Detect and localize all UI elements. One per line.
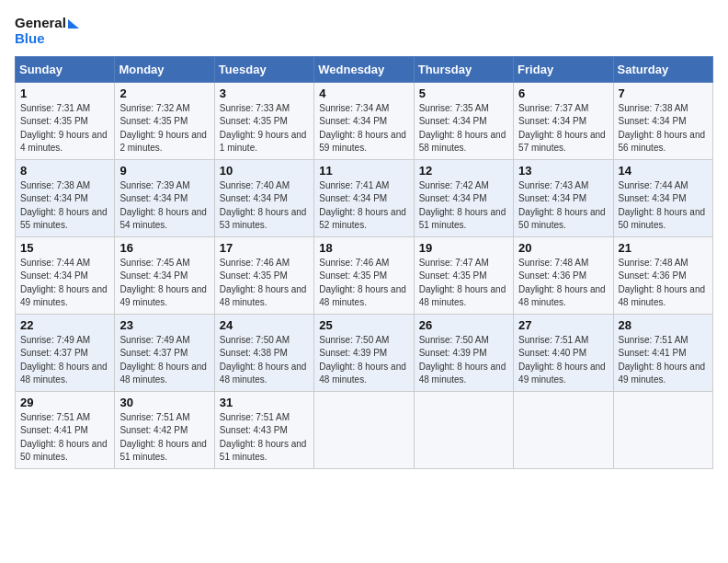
calendar-cell: 1Sunrise: 7:31 AMSunset: 4:35 PMDaylight…: [16, 82, 115, 159]
day-number: 5: [419, 86, 508, 100]
calendar-cell: [314, 391, 414, 468]
cell-info: Sunrise: 7:45 AMSunset: 4:34 PMDaylight:…: [119, 257, 209, 310]
cell-info: Sunrise: 7:33 AMSunset: 4:35 PMDaylight:…: [220, 102, 309, 155]
day-number: 23: [119, 318, 209, 332]
cell-info: Sunrise: 7:42 AMSunset: 4:34 PMDaylight:…: [419, 179, 508, 233]
week-row-3: 15Sunrise: 7:44 AMSunset: 4:34 PMDayligh…: [16, 236, 713, 314]
day-number: 26: [419, 318, 508, 332]
day-number: 19: [419, 241, 508, 255]
day-number: 18: [319, 241, 408, 255]
day-number: 20: [518, 241, 608, 255]
calendar-cell: 23Sunrise: 7:49 AMSunset: 4:37 PMDayligh…: [115, 314, 214, 391]
logo-blue: Blue: [15, 30, 79, 46]
cell-info: Sunrise: 7:34 AMSunset: 4:34 PMDaylight:…: [319, 102, 408, 155]
calendar-cell: 12Sunrise: 7:42 AMSunset: 4:34 PMDayligh…: [414, 159, 513, 236]
cell-info: Sunrise: 7:49 AMSunset: 4:37 PMDaylight:…: [119, 334, 209, 387]
calendar-cell: 8Sunrise: 7:38 AMSunset: 4:34 PMDaylight…: [16, 159, 115, 236]
cell-info: Sunrise: 7:51 AMSunset: 4:40 PMDaylight:…: [518, 334, 608, 387]
calendar-cell: 25Sunrise: 7:50 AMSunset: 4:39 PMDayligh…: [314, 314, 414, 391]
calendar-cell: [414, 391, 513, 468]
cell-info: Sunrise: 7:46 AMSunset: 4:35 PMDaylight:…: [220, 257, 309, 310]
calendar-cell: 7Sunrise: 7:38 AMSunset: 4:34 PMDaylight…: [613, 82, 712, 159]
day-number: 11: [319, 164, 408, 178]
cell-info: Sunrise: 7:38 AMSunset: 4:34 PMDaylight:…: [20, 179, 109, 233]
day-number: 27: [518, 318, 608, 332]
day-number: 14: [619, 164, 708, 178]
day-number: 31: [220, 396, 309, 409]
day-number: 24: [220, 318, 309, 332]
day-number: 12: [419, 164, 508, 178]
column-header-wednesday: Wednesday: [314, 56, 414, 82]
day-number: 30: [119, 396, 209, 409]
week-row-5: 29Sunrise: 7:51 AMSunset: 4:41 PMDayligh…: [16, 391, 713, 468]
week-row-1: 1Sunrise: 7:31 AMSunset: 4:35 PMDaylight…: [16, 82, 713, 159]
page-header: General Blue: [15, 15, 713, 47]
calendar-cell: 29Sunrise: 7:51 AMSunset: 4:41 PMDayligh…: [16, 391, 115, 468]
calendar-cell: 28Sunrise: 7:51 AMSunset: 4:41 PMDayligh…: [613, 314, 712, 391]
day-number: 21: [619, 241, 708, 255]
calendar-cell: 19Sunrise: 7:47 AMSunset: 4:35 PMDayligh…: [414, 236, 513, 314]
cell-info: Sunrise: 7:50 AMSunset: 4:38 PMDaylight:…: [220, 334, 309, 387]
calendar-cell: 21Sunrise: 7:48 AMSunset: 4:36 PMDayligh…: [613, 236, 712, 314]
cell-info: Sunrise: 7:40 AMSunset: 4:34 PMDaylight:…: [220, 179, 309, 233]
cell-info: Sunrise: 7:46 AMSunset: 4:35 PMDaylight:…: [319, 257, 408, 310]
cell-info: Sunrise: 7:47 AMSunset: 4:35 PMDaylight:…: [419, 257, 508, 310]
calendar-table: SundayMondayTuesdayWednesdayThursdayFrid…: [15, 56, 713, 469]
cell-info: Sunrise: 7:44 AMSunset: 4:34 PMDaylight:…: [20, 257, 109, 310]
day-number: 9: [119, 164, 209, 178]
day-number: 6: [518, 86, 608, 100]
calendar-cell: 4Sunrise: 7:34 AMSunset: 4:34 PMDaylight…: [314, 82, 414, 159]
calendar-cell: 20Sunrise: 7:48 AMSunset: 4:36 PMDayligh…: [514, 236, 613, 314]
cell-info: Sunrise: 7:43 AMSunset: 4:34 PMDaylight:…: [518, 179, 608, 233]
day-number: 28: [619, 318, 708, 332]
calendar-cell: 5Sunrise: 7:35 AMSunset: 4:34 PMDaylight…: [414, 82, 513, 159]
cell-info: Sunrise: 7:48 AMSunset: 4:36 PMDaylight:…: [619, 257, 708, 310]
cell-info: Sunrise: 7:41 AMSunset: 4:34 PMDaylight:…: [319, 179, 408, 233]
calendar-cell: 14Sunrise: 7:44 AMSunset: 4:34 PMDayligh…: [613, 159, 712, 236]
day-number: 10: [220, 164, 309, 178]
logo: General Blue: [15, 15, 79, 47]
cell-info: Sunrise: 7:37 AMSunset: 4:34 PMDaylight:…: [518, 102, 608, 155]
calendar-cell: 10Sunrise: 7:40 AMSunset: 4:34 PMDayligh…: [214, 159, 313, 236]
calendar-cell: [613, 391, 712, 468]
calendar-cell: 13Sunrise: 7:43 AMSunset: 4:34 PMDayligh…: [514, 159, 613, 236]
calendar-cell: 22Sunrise: 7:49 AMSunset: 4:37 PMDayligh…: [16, 314, 115, 391]
day-number: 13: [518, 164, 608, 178]
day-number: 1: [20, 86, 109, 100]
calendar-cell: 24Sunrise: 7:50 AMSunset: 4:38 PMDayligh…: [214, 314, 313, 391]
cell-info: Sunrise: 7:39 AMSunset: 4:34 PMDaylight:…: [119, 179, 209, 233]
calendar-cell: 2Sunrise: 7:32 AMSunset: 4:35 PMDaylight…: [115, 82, 214, 159]
cell-info: Sunrise: 7:35 AMSunset: 4:34 PMDaylight:…: [419, 102, 508, 155]
column-header-tuesday: Tuesday: [214, 56, 313, 82]
cell-info: Sunrise: 7:44 AMSunset: 4:34 PMDaylight:…: [619, 179, 708, 233]
cell-info: Sunrise: 7:50 AMSunset: 4:39 PMDaylight:…: [319, 334, 408, 387]
cell-info: Sunrise: 7:51 AMSunset: 4:43 PMDaylight:…: [220, 411, 309, 465]
cell-info: Sunrise: 7:49 AMSunset: 4:37 PMDaylight:…: [20, 334, 109, 387]
calendar-cell: 15Sunrise: 7:44 AMSunset: 4:34 PMDayligh…: [16, 236, 115, 314]
column-header-friday: Friday: [514, 56, 613, 82]
calendar-cell: 3Sunrise: 7:33 AMSunset: 4:35 PMDaylight…: [214, 82, 313, 159]
day-number: 25: [319, 318, 408, 332]
week-row-4: 22Sunrise: 7:49 AMSunset: 4:37 PMDayligh…: [16, 314, 713, 391]
calendar-cell: 6Sunrise: 7:37 AMSunset: 4:34 PMDaylight…: [514, 82, 613, 159]
cell-info: Sunrise: 7:32 AMSunset: 4:35 PMDaylight:…: [119, 102, 209, 155]
cell-info: Sunrise: 7:51 AMSunset: 4:41 PMDaylight:…: [20, 411, 109, 465]
header-row: SundayMondayTuesdayWednesdayThursdayFrid…: [16, 56, 713, 82]
column-header-sunday: Sunday: [16, 56, 115, 82]
day-number: 17: [220, 241, 309, 255]
cell-info: Sunrise: 7:50 AMSunset: 4:39 PMDaylight:…: [419, 334, 508, 387]
day-number: 3: [220, 86, 309, 100]
calendar-cell: 16Sunrise: 7:45 AMSunset: 4:34 PMDayligh…: [115, 236, 214, 314]
logo-text: General Blue: [15, 15, 79, 47]
column-header-saturday: Saturday: [613, 56, 712, 82]
cell-info: Sunrise: 7:48 AMSunset: 4:36 PMDaylight:…: [518, 257, 608, 310]
calendar-cell: 17Sunrise: 7:46 AMSunset: 4:35 PMDayligh…: [214, 236, 313, 314]
calendar-cell: 26Sunrise: 7:50 AMSunset: 4:39 PMDayligh…: [414, 314, 513, 391]
calendar-cell: 27Sunrise: 7:51 AMSunset: 4:40 PMDayligh…: [514, 314, 613, 391]
calendar-cell: 9Sunrise: 7:39 AMSunset: 4:34 PMDaylight…: [115, 159, 214, 236]
week-row-2: 8Sunrise: 7:38 AMSunset: 4:34 PMDaylight…: [16, 159, 713, 236]
cell-info: Sunrise: 7:38 AMSunset: 4:34 PMDaylight:…: [619, 102, 708, 155]
calendar-cell: [514, 391, 613, 468]
day-number: 16: [119, 241, 209, 255]
day-number: 29: [20, 396, 109, 409]
